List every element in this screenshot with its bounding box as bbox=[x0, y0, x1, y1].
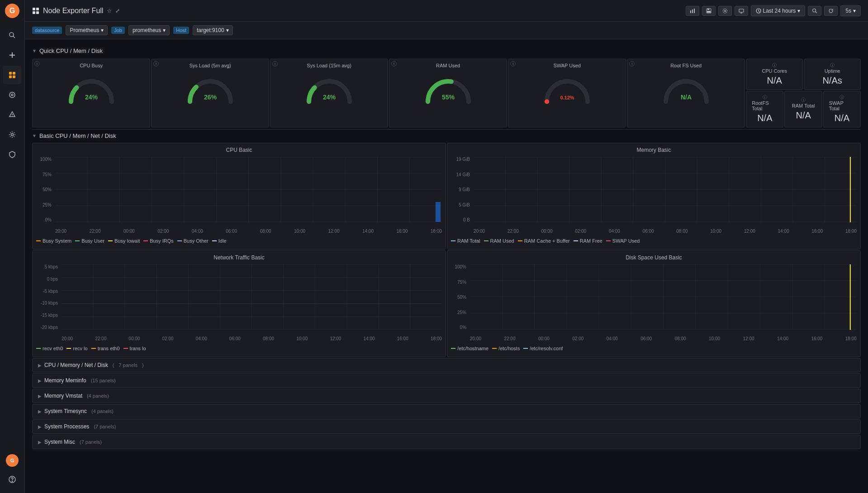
root-fs-panel: i Root FS Used N/A bbox=[627, 59, 745, 127]
disk-space-grid bbox=[470, 264, 857, 330]
settings-button[interactable] bbox=[718, 6, 732, 16]
x-label: 10:00 bbox=[296, 336, 308, 341]
legend-color bbox=[91, 348, 96, 349]
legend-color bbox=[523, 348, 528, 349]
svg-rect-9 bbox=[13, 75, 15, 78]
section-system-timesync[interactable]: ▶ System Timesync (4 panels) bbox=[32, 404, 861, 418]
section-system-misc-label: System Misc bbox=[44, 439, 75, 445]
x-label: 22:00 bbox=[95, 336, 106, 341]
zoom-button[interactable] bbox=[808, 6, 821, 16]
app-logo[interactable]: G bbox=[5, 4, 19, 18]
network-basic-chart-area: 5 kbps 0 bps -5 kbps -10 kbps -15 kbps -… bbox=[36, 264, 442, 341]
legend-color bbox=[75, 240, 80, 241]
info-icon-uptime[interactable]: i bbox=[830, 63, 835, 67]
svg-line-3 bbox=[13, 36, 15, 38]
rootfs-total-panel: i RootFS Total N/A bbox=[746, 91, 783, 127]
x-label: 00:00 bbox=[541, 229, 552, 234]
x-label: 06:00 bbox=[640, 336, 652, 341]
y-label: 25% bbox=[451, 310, 468, 315]
x-label: 02:00 bbox=[162, 336, 174, 341]
chevron-down-icon-3: ▾ bbox=[101, 27, 104, 33]
refresh-button[interactable] bbox=[824, 6, 838, 16]
chevron-down-icon-5: ▾ bbox=[226, 27, 229, 33]
legend-busy-irqs: Busy IRQs bbox=[143, 238, 174, 244]
x-label: 06:00 bbox=[226, 229, 237, 234]
info-icon-sys-load-15m[interactable]: i bbox=[272, 61, 278, 66]
sidebar-item-add[interactable] bbox=[3, 46, 21, 64]
datasource-select[interactable]: Prometheus ▾ bbox=[66, 25, 108, 35]
sidebar-item-search[interactable] bbox=[3, 26, 21, 44]
sidebar-item-explore[interactable] bbox=[3, 86, 21, 104]
refresh-rate-button[interactable]: 5s ▾ bbox=[840, 5, 861, 16]
info-icon-cpu-busy[interactable]: i bbox=[34, 61, 40, 66]
info-icon-sys-load-5m[interactable]: i bbox=[153, 61, 159, 66]
sidebar-item-help[interactable] bbox=[3, 470, 21, 488]
svg-text:N/A: N/A bbox=[681, 94, 692, 101]
x-label: 16:00 bbox=[396, 229, 408, 234]
cpu-cores-panel: i CPU Cores N/A bbox=[746, 59, 803, 90]
x-label: 18:00 bbox=[431, 336, 442, 341]
share-icon[interactable]: ⤢ bbox=[115, 8, 120, 14]
legend-color bbox=[492, 348, 497, 349]
x-label: 12:00 bbox=[744, 229, 755, 234]
memory-basic-panel: i Memory Basic 19 GiB 14 GiB 9 GiB 5 GiB… bbox=[447, 143, 861, 249]
legend-busy-user: Busy User bbox=[75, 238, 104, 244]
svg-rect-19 bbox=[33, 11, 35, 14]
disk-space-legend: /etc/hostname /etc/hosts /etc/resolv.con… bbox=[451, 344, 857, 353]
x-label: 02:00 bbox=[575, 229, 586, 234]
legend-color bbox=[484, 240, 489, 241]
svg-rect-56 bbox=[436, 202, 441, 222]
sidebar-item-configuration[interactable] bbox=[3, 126, 21, 144]
y-label: 25% bbox=[36, 202, 53, 207]
section-memory-vmstat[interactable]: ▶ Memory Vmstat (4 panels) bbox=[32, 389, 861, 403]
tv-button[interactable] bbox=[735, 6, 748, 16]
sidebar-item-avatar[interactable]: G bbox=[3, 451, 21, 470]
x-label: 20:00 bbox=[470, 336, 481, 341]
filterbar: datasource Prometheus ▾ Job prometheus ▾… bbox=[25, 22, 868, 39]
cpu-cores-value: N/A bbox=[767, 75, 782, 86]
y-label: -15 kbps bbox=[36, 313, 60, 318]
y-label: 19 GiB bbox=[451, 157, 472, 162]
star-icon[interactable]: ☆ bbox=[107, 8, 112, 14]
info-icon-ram-used[interactable]: i bbox=[391, 61, 397, 66]
job-select[interactable]: prometheus ▾ bbox=[128, 25, 170, 35]
section-memory-meminfo[interactable]: ▶ Memory Meminfo (15 panels) bbox=[32, 373, 861, 388]
host-select[interactable]: target:9100 ▾ bbox=[193, 25, 233, 35]
section-system-processes[interactable]: ▶ System Processes (7 panels) bbox=[32, 419, 861, 434]
svg-text:24%: 24% bbox=[323, 94, 336, 101]
sys-load-5m-title: Sys Load (5m avg) bbox=[155, 63, 265, 68]
chart-button[interactable] bbox=[686, 6, 699, 16]
chevron-down-icon-6: ▼ bbox=[32, 48, 37, 53]
info-icon-cpu-cores[interactable]: i bbox=[772, 63, 777, 67]
main-content: Node Exporter Full ☆ ⤢ Last 24 hours ▾ bbox=[25, 0, 868, 489]
x-label: 20:00 bbox=[62, 336, 73, 341]
sidebar-item-dashboards[interactable] bbox=[3, 66, 21, 84]
info-icon-swap-total[interactable]: i bbox=[840, 95, 844, 99]
time-range-button[interactable]: Last 24 hours ▾ bbox=[751, 5, 806, 16]
section-quick-cpu[interactable]: ▼ Quick CPU / Mem / Disk bbox=[32, 45, 861, 57]
section-system-timesync-label: System Timesync bbox=[44, 408, 87, 414]
cpu-busy-panel: i CPU Busy 24% bbox=[32, 59, 150, 127]
x-label: 16:00 bbox=[811, 229, 823, 234]
section-cpu-memory-net[interactable]: ▶ CPU / Memory / Net / Disk (7 panels) bbox=[32, 358, 861, 372]
sidebar-item-shield[interactable] bbox=[3, 146, 21, 164]
legend-color bbox=[108, 240, 113, 241]
swap-used-svg: 0.12% bbox=[542, 72, 592, 104]
info-icon-rootfs-total[interactable]: i bbox=[763, 95, 767, 99]
ram-total-label: RAM Total bbox=[792, 103, 815, 108]
swap-used-panel: i SWAP Used 0.12% bbox=[508, 59, 626, 127]
svg-text:26%: 26% bbox=[204, 94, 217, 101]
settings-icon bbox=[722, 8, 728, 14]
x-label: 18:00 bbox=[431, 229, 442, 234]
disk-space-chart-area: 100% 75% 50% 25% 0% bbox=[451, 264, 857, 341]
legend-color bbox=[518, 240, 522, 241]
sidebar-item-alerting[interactable] bbox=[3, 106, 21, 124]
section-system-misc[interactable]: ▶ System Misc (7 panels) bbox=[32, 435, 861, 449]
x-label: 00:00 bbox=[123, 229, 135, 234]
save-button[interactable] bbox=[702, 6, 716, 16]
section-basic-cpu[interactable]: ▼ Basic CPU / Mem / Net / Disk bbox=[32, 129, 861, 142]
chevron-down-icon-4: ▾ bbox=[163, 27, 166, 33]
svg-point-10 bbox=[9, 92, 15, 98]
svg-line-33 bbox=[816, 11, 817, 13]
info-icon-ram-total[interactable]: i bbox=[801, 98, 806, 102]
